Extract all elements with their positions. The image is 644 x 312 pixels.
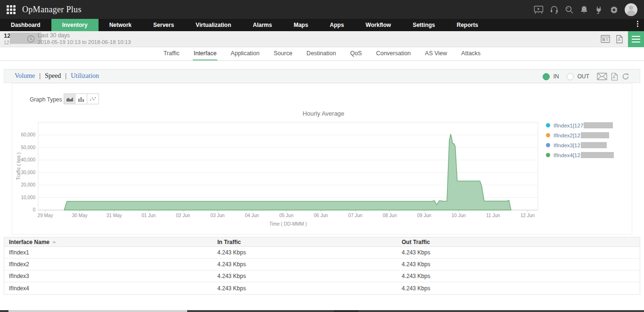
- sort-arrow-icon[interactable]: [52, 241, 56, 243]
- table-row[interactable]: IfIndex1 4.243 Kbps 4.243 Kbps: [4, 247, 640, 259]
- legend-redaction: [581, 132, 609, 138]
- report-layout-icon[interactable]: [601, 35, 610, 45]
- out-radio-label: OUT: [578, 73, 589, 80]
- svg-text:10,000: 10,000: [21, 195, 35, 200]
- period-range: 2018-05-19 10:13 to 2018-06-18 10:13: [38, 39, 131, 45]
- svg-text:06 Jun: 06 Jun: [314, 213, 328, 218]
- pdf-export-icon[interactable]: [616, 35, 623, 45]
- scatter-chart-type-button[interactable]: [87, 93, 99, 104]
- tab[interactable]: Interface: [193, 47, 218, 60]
- in-radio[interactable]: [543, 73, 550, 80]
- svg-text:08 Jun: 08 Jun: [383, 213, 397, 218]
- taskbar-edge-segment: [187, 310, 334, 312]
- cell-interface-name: IfIndex2: [4, 261, 217, 268]
- in-radio-label: IN: [553, 73, 559, 80]
- tab[interactable]: Source: [273, 47, 294, 60]
- cell-out-traffic: 4.243 Kbps: [402, 285, 640, 292]
- interface-table-header: Interface Name In Traffic Out Traffic: [4, 237, 640, 247]
- panel-menu-button[interactable]: [628, 31, 644, 47]
- nav-item[interactable]: Settings: [402, 19, 446, 31]
- svg-text:09 Jun: 09 Jun: [417, 213, 431, 218]
- col-out-traffic: Out Traffic: [402, 239, 640, 245]
- chart-title: Hourly Average: [22, 110, 625, 117]
- tab[interactable]: Application: [230, 47, 260, 60]
- tab[interactable]: Destination: [305, 47, 337, 60]
- legend-color-dot: [546, 123, 550, 127]
- nav-item[interactable]: Apps: [319, 19, 355, 31]
- settings-gear-icon[interactable]: [610, 5, 619, 14]
- nav-item[interactable]: Virtualization: [185, 19, 242, 31]
- legend-label: IfIndex1[127: [553, 123, 583, 128]
- bar-chart-type-button[interactable]: [75, 93, 87, 104]
- report-tabs: Traffic Interface Application Source Des…: [0, 47, 644, 61]
- svg-text:05 Jun: 05 Jun: [279, 213, 293, 218]
- legend-color-dot: [546, 133, 550, 137]
- svg-text:01 Jun: 01 Jun: [141, 213, 156, 218]
- nav-item[interactable]: Workflow: [355, 19, 402, 31]
- device-id-redaction: [10, 33, 41, 44]
- app-title: OpManager Plus: [22, 5, 82, 15]
- svg-text:40,000: 40,000: [21, 157, 35, 162]
- pdf-export-icon[interactable]: [611, 73, 618, 81]
- legend-item[interactable]: IfIndex1[127: [546, 122, 614, 128]
- nav-item[interactable]: Reports: [446, 19, 489, 31]
- email-report-icon[interactable]: [597, 73, 607, 80]
- tab[interactable]: AS View: [424, 47, 448, 60]
- refresh-icon[interactable]: [622, 73, 629, 80]
- user-avatar[interactable]: [625, 3, 637, 16]
- graph-type-buttons: [64, 93, 99, 104]
- apps-grid-icon[interactable]: [7, 5, 16, 14]
- tab[interactable]: Attacks: [460, 47, 481, 60]
- traffic-area-chart[interactable]: 010,00020,00030,00040,00050,00060,00029 …: [14, 118, 542, 232]
- search-icon[interactable]: [565, 5, 574, 14]
- presentation-icon[interactable]: [534, 5, 544, 14]
- out-radio[interactable]: [567, 73, 574, 80]
- interface-table-body: IfIndex1 4.243 Kbps 4.243 Kbps IfIndex2 …: [4, 247, 640, 294]
- view-link[interactable]: Volume: [15, 72, 35, 80]
- svg-text:20,000: 20,000: [21, 182, 35, 187]
- svg-text:10 Jun: 10 Jun: [452, 213, 466, 218]
- area-chart-type-button[interactable]: [64, 93, 75, 104]
- svg-text:30 May: 30 May: [72, 213, 88, 218]
- device-header: 12 127 Last 30 days 2018-05-19 10:13 to …: [0, 31, 644, 47]
- tab[interactable]: QoS: [349, 47, 363, 60]
- legend-label: IfIndex3[12: [553, 143, 580, 148]
- main-nav-items: Dashboard Inventory Network Servers Virt…: [0, 19, 489, 31]
- view-link[interactable]: Utilization: [61, 72, 99, 80]
- view-links: Volume Speed Utilization: [15, 72, 99, 80]
- cell-out-traffic: 4.243 Kbps: [402, 273, 640, 279]
- tab[interactable]: Conversation: [375, 47, 412, 60]
- nav-item[interactable]: Maps: [283, 19, 319, 31]
- traffic-chart-panel: Graph Types Hourly Average 010,00020,000…: [12, 83, 632, 235]
- legend-redaction: [581, 152, 614, 158]
- main-nav: Dashboard Inventory Network Servers Virt…: [0, 19, 644, 31]
- legend-item[interactable]: IfIndex3[12: [546, 142, 614, 148]
- notifications-bell-icon[interactable]: [580, 5, 588, 14]
- view-link[interactable]: Speed: [35, 72, 61, 80]
- table-row[interactable]: IfIndex4 4.243 Kbps 4.243 Kbps: [4, 282, 640, 294]
- table-row[interactable]: IfIndex3 4.243 Kbps 4.243 Kbps: [4, 270, 640, 282]
- svg-text:Traffic ( bps ): Traffic ( bps ): [16, 152, 21, 180]
- cell-in-traffic: 4.243 Kbps: [217, 285, 402, 292]
- nav-item[interactable]: Dashboard: [0, 19, 51, 31]
- table-row[interactable]: IfIndex2 4.243 Kbps 4.243 Kbps: [4, 259, 640, 270]
- period-label[interactable]: Last 30 days: [38, 32, 70, 39]
- plugin-icon[interactable]: [594, 5, 603, 14]
- nav-overflow-menu-icon[interactable]: [635, 21, 640, 29]
- nav-item[interactable]: Network: [99, 19, 142, 31]
- nav-item[interactable]: Inventory: [51, 19, 99, 31]
- taskbar-edge-segment: [358, 310, 644, 312]
- cell-out-traffic: 4.243 Kbps: [402, 261, 640, 268]
- tab[interactable]: Traffic: [163, 47, 181, 60]
- cell-interface-name: IfIndex1: [4, 249, 217, 256]
- nav-item[interactable]: Alarms: [242, 19, 283, 31]
- legend-label: IfIndex2[12: [553, 133, 580, 138]
- svg-text:Time ( DD-MMM ): Time ( DD-MMM ): [269, 221, 307, 227]
- nav-item[interactable]: Servers: [142, 19, 185, 31]
- legend-item[interactable]: IfIndex4[12: [546, 152, 614, 158]
- legend-item[interactable]: IfIndex2[12: [546, 132, 614, 138]
- interface-table: Interface Name In Traffic Out Traffic If…: [4, 237, 640, 295]
- support-headset-icon[interactable]: [550, 5, 559, 14]
- svg-text:12 Jun: 12 Jun: [520, 213, 535, 218]
- cell-out-traffic: 4.243 Kbps: [402, 249, 640, 256]
